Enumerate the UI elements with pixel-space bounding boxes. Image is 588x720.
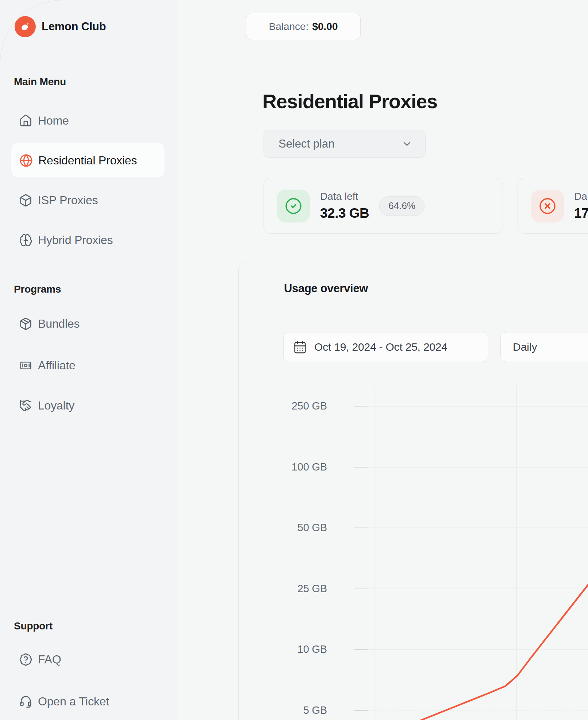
app-window: Lemon Club Main Menu Home Residential Pr… xyxy=(0,0,588,720)
handshake-icon xyxy=(19,399,32,412)
sidebar-item-label: Loyalty xyxy=(38,399,74,412)
sidebar-item-label: ISP Proxies xyxy=(38,194,98,207)
stat-percent-badge: 64.6% xyxy=(379,196,424,216)
sidebar-item-label: Bundles xyxy=(38,317,80,331)
sidebar-item-affiliate[interactable]: Affiliate xyxy=(11,348,165,383)
plan-select-value: Select plan xyxy=(278,137,334,151)
check-circle-icon xyxy=(277,190,310,222)
sidebar-item-label: Affiliate xyxy=(38,359,76,372)
page-title: Residential Proxies xyxy=(262,90,437,113)
sidebar-item-home[interactable]: Home xyxy=(11,103,165,138)
plan-select[interactable]: Select plan xyxy=(264,130,426,158)
stat-value: 32.3 GB xyxy=(320,206,369,221)
sidebar-item-hybrid-proxies[interactable]: Hybrid Proxies xyxy=(11,222,165,258)
sidebar-item-residential-proxies[interactable]: Residential Proxies xyxy=(11,143,165,178)
lemon-icon xyxy=(19,20,31,33)
balance-badge[interactable]: Balance: $0.00 xyxy=(246,13,361,40)
sidebar-item-label: FAQ xyxy=(38,653,61,666)
banknote-icon xyxy=(19,359,32,372)
sidebar-item-isp-proxies[interactable]: ISP Proxies xyxy=(11,183,165,218)
sidebar-item-bundles[interactable]: Bundles xyxy=(11,306,165,341)
balance-value: $0.00 xyxy=(312,21,338,33)
sidebar-item-label: Hybrid Proxies xyxy=(38,233,113,247)
stat-text: Data left 32.3 GB xyxy=(320,191,369,221)
sidebar-item-open-a-ticket[interactable]: Open a Ticket xyxy=(11,684,165,719)
sidebar-item-label: Home xyxy=(38,114,69,127)
date-range-picker[interactable]: Oct 19, 2024 - Oct 25, 2024 xyxy=(283,332,488,362)
sidebar-section-support: Support xyxy=(14,620,53,632)
chevron-down-icon xyxy=(401,138,413,150)
sidebar-item-label: Open a Ticket xyxy=(38,695,109,708)
x-circle-icon xyxy=(531,190,564,222)
stat-value: 17 xyxy=(574,206,588,221)
badge-question-icon xyxy=(19,653,32,666)
panel-divider xyxy=(239,313,588,313)
headset-icon xyxy=(19,695,32,708)
usage-overview-title: Usage overview xyxy=(284,282,368,295)
stat-text: Da 17 xyxy=(574,191,588,221)
sidebar-section-programs: Programs xyxy=(14,283,61,295)
cube-icon xyxy=(19,194,32,207)
sidebar: Lemon Club Main Menu Home Residential Pr… xyxy=(0,0,179,720)
sidebar-header: Lemon Club xyxy=(0,0,179,53)
stat-card-data-used: Da 17 xyxy=(518,178,588,234)
balance-label: Balance: xyxy=(269,21,308,33)
brand-name: Lemon Club xyxy=(42,20,106,33)
sidebar-item-loyalty[interactable]: Loyalty xyxy=(11,388,165,423)
calendar-icon xyxy=(293,340,307,354)
house-icon xyxy=(19,114,32,127)
stat-label: Da xyxy=(574,191,588,202)
globe-icon xyxy=(19,154,33,167)
granularity-value: Daily xyxy=(513,341,537,353)
package-icon xyxy=(19,317,32,331)
lemon-club-logo[interactable] xyxy=(15,16,36,37)
usage-overview-panel: Usage overview Oct 19, 2024 - Oct 25, 20… xyxy=(238,263,588,720)
date-range-value: Oct 19, 2024 - Oct 25, 2024 xyxy=(314,341,447,353)
stat-label: Data left xyxy=(320,191,369,202)
brain-icon xyxy=(19,233,32,247)
granularity-select[interactable]: Daily xyxy=(500,332,588,362)
sidebar-item-faq[interactable]: FAQ xyxy=(11,642,165,677)
sidebar-section-main-menu: Main Menu xyxy=(14,76,66,88)
sidebar-item-label: Residential Proxies xyxy=(38,154,137,167)
stat-card-data-left: Data left 32.3 GB 64.6% xyxy=(264,178,503,234)
